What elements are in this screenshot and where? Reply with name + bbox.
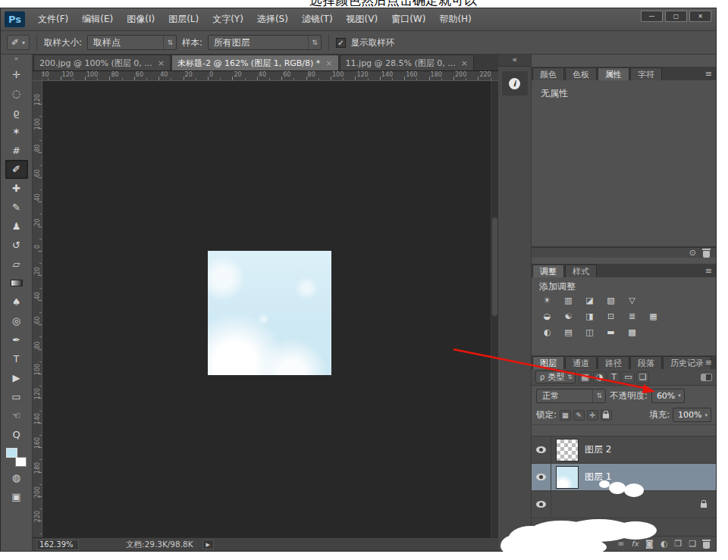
adjustment-curves-icon[interactable]: ◪: [580, 294, 599, 307]
filter-adjustment-layers-icon[interactable]: ◑: [593, 371, 606, 383]
adjustment-channel-mixer-icon[interactable]: ≣: [623, 310, 642, 323]
layers-tab-channels[interactable]: 通道: [565, 356, 597, 369]
clip-icon[interactable]: ⊙: [689, 249, 696, 257]
background-color-swatch[interactable]: [15, 457, 27, 467]
document-image[interactable]: [208, 251, 331, 375]
adjustment-threshold-icon[interactable]: ◫: [580, 326, 599, 339]
filter-type-layers-icon[interactable]: T: [607, 371, 620, 383]
filter-pixel-layers-icon[interactable]: ▦: [579, 371, 592, 383]
info-panel-button[interactable]: i: [502, 71, 528, 95]
marquee-tool[interactable]: ◌: [5, 84, 28, 103]
opacity-field[interactable]: 60% ▾: [651, 389, 685, 403]
adjustments-tab-adjustments[interactable]: 调整: [532, 264, 564, 277]
adjustment-selective-color-icon[interactable]: ▩: [623, 326, 642, 339]
visibility-toggle[interactable]: [532, 436, 551, 463]
toolbar-collapse-button[interactable]: »: [1, 55, 32, 65]
canvas[interactable]: [42, 81, 498, 537]
lock-paint-button[interactable]: ✎: [573, 410, 585, 421]
layer-thumbnail[interactable]: [556, 466, 579, 489]
document-tab-2[interactable]: 未标题-2 @ 162% (图层 1, RGB/8) *×: [171, 55, 339, 70]
dodge-tool[interactable]: ◎: [5, 311, 28, 330]
fill-field[interactable]: 100% ▾: [673, 408, 711, 422]
adjustment-black-white-icon[interactable]: ◨: [580, 310, 599, 323]
lock-all-button[interactable]: [601, 410, 612, 421]
sample-size-select[interactable]: 取样点 ⇅: [87, 35, 177, 50]
zoom-tool[interactable]: Q: [5, 425, 28, 444]
shape-tool[interactable]: ▭: [5, 387, 28, 406]
menu-image[interactable]: 图像(I): [120, 8, 162, 30]
menu-help[interactable]: 帮助(H): [432, 8, 478, 30]
pen-tool[interactable]: ✒: [5, 330, 28, 349]
properties-tab-swatches[interactable]: 色板: [565, 67, 597, 80]
menu-window[interactable]: 窗口(W): [384, 8, 432, 30]
history-brush-tool[interactable]: ↺: [5, 236, 28, 255]
menu-select[interactable]: 选择(S): [250, 8, 295, 30]
gradient-tool[interactable]: [5, 274, 28, 293]
expand-panels-button[interactable]: «: [498, 55, 531, 67]
adjustment-levels-icon[interactable]: ▥: [559, 294, 578, 307]
healing-brush-tool[interactable]: ✚: [5, 179, 28, 198]
properties-tab-properties[interactable]: 属性: [598, 67, 629, 80]
layers-tab-layers[interactable]: 图层: [532, 356, 564, 369]
show-ring-checkbox[interactable]: ✓: [336, 38, 346, 48]
panel-menu-icon[interactable]: ≡: [705, 69, 712, 79]
quick-mask-button[interactable]: ◍: [5, 468, 28, 487]
document-tab-3[interactable]: 11.jpg @ 28.5% (图层 0, ...×: [340, 55, 474, 70]
eraser-tool[interactable]: ▱: [5, 255, 28, 274]
layer-thumbnail[interactable]: [556, 439, 579, 461]
clone-stamp-tool[interactable]: ♟: [5, 217, 28, 236]
window-minimize-button[interactable]: —: [641, 11, 663, 22]
quick-selection-tool[interactable]: ✶: [5, 122, 28, 141]
filter-smart-objects-icon[interactable]: ❏: [636, 371, 649, 383]
tool-preset-picker[interactable]: ✐ ▾: [7, 35, 30, 50]
menu-view[interactable]: 视图(V): [340, 8, 385, 30]
properties-tab-character[interactable]: 字符: [630, 67, 662, 80]
layer-row-3[interactable]: [532, 491, 716, 518]
type-tool[interactable]: T: [5, 349, 28, 368]
blur-tool[interactable]: ♠: [5, 293, 28, 311]
visibility-toggle[interactable]: [532, 491, 551, 518]
close-tab-icon[interactable]: ×: [158, 58, 165, 68]
delete-layer-button[interactable]: [703, 542, 710, 549]
menu-layer[interactable]: 图层(L): [162, 8, 206, 30]
lock-transparency-button[interactable]: ▦: [560, 410, 571, 421]
lasso-tool[interactable]: ϱ: [5, 103, 28, 122]
panel-menu-icon[interactable]: ≡: [705, 358, 712, 368]
eyedropper-tool[interactable]: ✐: [5, 160, 28, 179]
document-tab-1[interactable]: 200.jpg @ 100% (图层 0, ...×: [33, 55, 171, 70]
zoom-level-field[interactable]: 162.39%: [36, 540, 79, 550]
layer-filter-type-select[interactable]: ρ 类型 ⇅: [535, 371, 576, 383]
adjustment-button[interactable]: ◐: [661, 540, 668, 548]
blend-mode-select[interactable]: 正常 ⇅: [536, 389, 606, 403]
hand-tool[interactable]: ☜: [5, 406, 28, 425]
vertical-scrollbar[interactable]: [491, 81, 498, 537]
menu-filter[interactable]: 滤镜(T): [295, 8, 340, 30]
crop-tool[interactable]: #: [5, 141, 28, 160]
new-layer-button[interactable]: ❏: [689, 540, 696, 548]
menu-file[interactable]: 文件(F): [31, 8, 75, 30]
filter-shape-layers-icon[interactable]: ▭: [622, 371, 635, 383]
scrollbar-thumb[interactable]: [492, 217, 497, 316]
layer-row-1[interactable]: 图层 2: [532, 436, 716, 464]
adjustment-color-lookup-icon[interactable]: ▦: [644, 310, 663, 323]
close-tab-icon[interactable]: ×: [325, 58, 332, 68]
menu-edit[interactable]: 编辑(E): [75, 8, 120, 30]
lock-position-button[interactable]: ✛: [587, 410, 598, 421]
layers-tab-history[interactable]: 历史记录: [663, 356, 711, 369]
adjustment-posterize-icon[interactable]: ▤: [559, 326, 578, 339]
layers-tab-paragraph[interactable]: 段落: [630, 356, 662, 369]
adjustment-color-balance-icon[interactable]: ☯: [559, 310, 578, 323]
move-tool[interactable]: ✛: [5, 65, 28, 84]
adjustment-exposure-icon[interactable]: ▧: [601, 294, 620, 307]
adjustment-invert-icon[interactable]: ◐: [538, 326, 557, 339]
properties-tab-color[interactable]: 颜色: [532, 67, 564, 80]
adjustment-vibrance-icon[interactable]: ▽: [623, 294, 642, 307]
window-close-button[interactable]: ✕: [689, 11, 711, 22]
mask-button[interactable]: ◙: [645, 540, 654, 548]
layer-filter-toggle[interactable]: [701, 374, 712, 381]
foreground-color-swatch[interactable]: [6, 448, 17, 458]
close-tab-icon[interactable]: ×: [461, 58, 468, 68]
color-swatches[interactable]: [6, 448, 27, 467]
status-options-arrow[interactable]: ▶: [202, 540, 214, 549]
panel-menu-icon[interactable]: ≡: [705, 266, 712, 276]
